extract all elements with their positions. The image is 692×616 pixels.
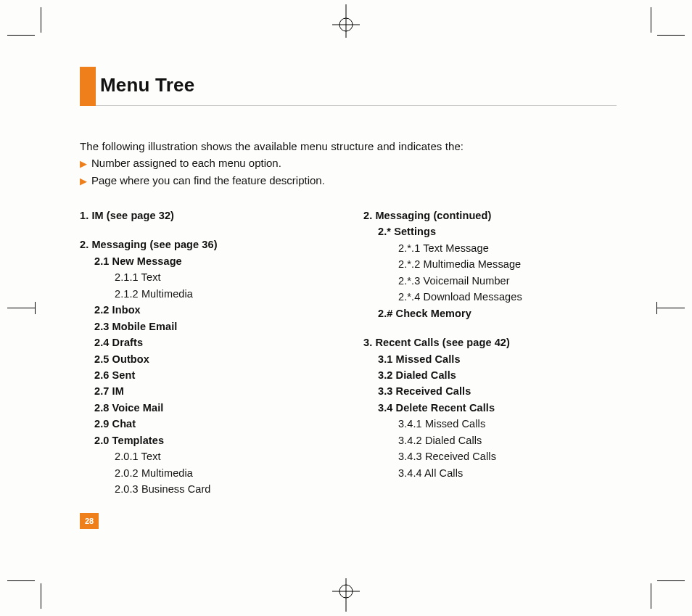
- menu-lvl2: 3.3 Received Calls: [363, 383, 617, 399]
- menu-lvl3: 2.1.1 Text: [80, 269, 333, 285]
- menu-lvl2: 2.8 Voice Mail: [80, 400, 333, 416]
- menu-lvl3: 2.*.3 Voicemail Number: [363, 273, 617, 289]
- right-column: 2. Messaging (continued)2.* Settings2.*.…: [363, 208, 617, 498]
- menu-lvl2: 2.2 Inbox: [80, 302, 333, 318]
- menu-lvl1: 2. Messaging (see page 36): [80, 237, 333, 252]
- spacer: [80, 223, 333, 234]
- bullet-text: Page where you can find the feature desc…: [91, 172, 325, 189]
- menu-lvl2: 2.5 Outbox: [80, 351, 333, 367]
- bullet-text: Number assigned to each menu option.: [91, 155, 281, 171]
- menu-lvl2: 2.1 New Message: [80, 253, 333, 269]
- crop-mark: [651, 7, 651, 33]
- intro-text: The following illustration shows the ava…: [80, 138, 617, 155]
- menu-lvl3: 2.*.4 Download Messages: [363, 289, 617, 305]
- crop-mark: [657, 580, 685, 581]
- menu-lvl1: 2. Messaging (continued): [363, 208, 617, 223]
- menu-lvl3: 3.4.3 Received Calls: [363, 448, 617, 464]
- spacer: [363, 321, 617, 332]
- menu-lvl2: 3.2 Dialed Calls: [363, 367, 617, 383]
- menu-lvl1: 1. IM (see page 32): [80, 208, 333, 223]
- menu-lvl3: 2.*.2 Multimedia Message: [363, 256, 617, 272]
- page-content: Menu Tree The following illustration sho…: [80, 67, 617, 498]
- crop-mark: [656, 302, 657, 314]
- menu-lvl2: 2.# Check Memory: [363, 305, 617, 321]
- columns: 1. IM (see page 32)2. Messaging (see pag…: [80, 208, 617, 498]
- left-column: 1. IM (see page 32)2. Messaging (see pag…: [80, 208, 333, 498]
- title-underline: [96, 105, 617, 106]
- menu-lvl2: 3.4 Delete Recent Calls: [363, 400, 617, 416]
- page-number: 28: [85, 517, 94, 525]
- menu-lvl3: 2.0.3 Business Card: [80, 481, 333, 497]
- register-mark-bottom: [329, 578, 363, 612]
- crop-mark: [7, 35, 35, 36]
- menu-lvl3: 2.*.1 Text Message: [363, 240, 617, 256]
- crop-mark: [657, 308, 685, 308]
- menu-lvl2: 3.1 Missed Calls: [363, 351, 617, 367]
- menu-lvl1: 3. Recent Calls (see page 42): [363, 334, 617, 350]
- arrow-icon: ▶: [80, 174, 87, 189]
- menu-lvl3: 3.4.2 Dialed Calls: [363, 432, 617, 448]
- bullet-item: ▶ Page where you can find the feature de…: [80, 172, 617, 189]
- title-accent-box: [80, 67, 96, 106]
- bullet-item: ▶ Number assigned to each menu option.: [80, 155, 617, 171]
- title-block: Menu Tree: [80, 67, 617, 106]
- crop-mark: [657, 35, 685, 36]
- menu-lvl3: 3.4.1 Missed Calls: [363, 416, 617, 432]
- menu-lvl2: 2.0 Templates: [80, 432, 333, 448]
- crop-mark: [41, 7, 41, 33]
- menu-lvl2: 2.9 Chat: [80, 416, 333, 432]
- crop-mark: [7, 580, 35, 581]
- menu-lvl3: 3.4.4 All Calls: [363, 465, 617, 481]
- menu-lvl2: 2.* Settings: [363, 223, 617, 239]
- menu-lvl2: 2.6 Sent: [80, 367, 333, 383]
- crop-mark: [651, 583, 651, 609]
- menu-lvl3: 2.1.2 Multimedia: [80, 286, 333, 302]
- page-title: Menu Tree: [96, 67, 617, 105]
- crop-mark: [7, 308, 35, 308]
- menu-lvl3: 2.0.2 Multimedia: [80, 465, 333, 481]
- menu-lvl2: 2.7 IM: [80, 383, 333, 399]
- crop-mark: [35, 302, 36, 314]
- menu-lvl3: 2.0.1 Text: [80, 448, 333, 464]
- menu-lvl2: 2.3 Mobile Email: [80, 319, 333, 334]
- crop-mark: [41, 583, 41, 609]
- page-number-badge: 28: [80, 513, 99, 529]
- menu-lvl2: 2.4 Drafts: [80, 334, 333, 350]
- arrow-icon: ▶: [80, 157, 87, 171]
- register-mark-top: [329, 4, 363, 38]
